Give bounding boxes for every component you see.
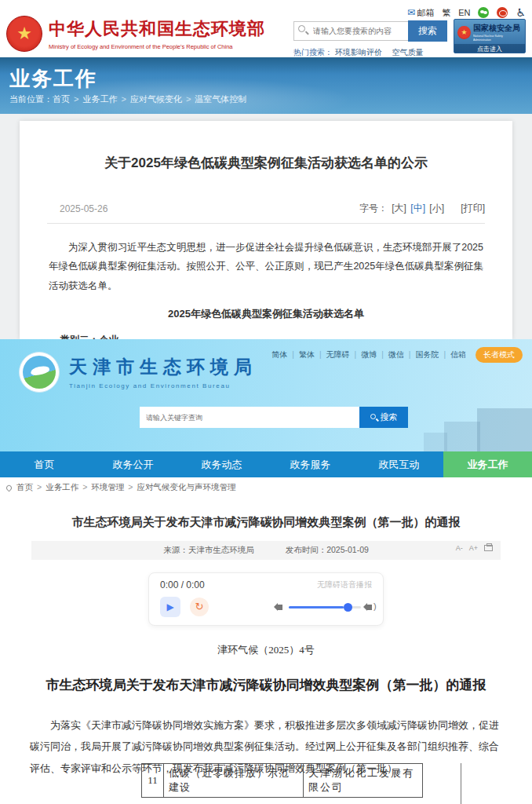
tj-nav-bar: 首页 政务公开 政务动态 政务服务 政民互动 业务工作 <box>0 451 532 477</box>
mee-content-area: 关于2025年绿色低碳典型案例征集活动获选名单的公示 2025-05-26 字号… <box>0 114 532 339</box>
fontsize-small-button[interactable]: [小] <box>429 203 444 214</box>
nnsa-title: 国家核安全局 <box>473 23 522 34</box>
table-row: 11 低碳（近零碳排放）示范建设 天津渤化化工发展有限公司 <box>142 764 423 798</box>
play-button[interactable]: ▶ <box>160 597 180 617</box>
tj-search-input[interactable] <box>140 407 359 428</box>
mee-search-zone: 搜索 热门搜索： 环境影响评价 空气质量 <box>293 20 447 58</box>
font-increase-icon[interactable]: A+ <box>469 544 478 552</box>
nav-item-gov-services[interactable]: 政务服务 <box>266 451 355 477</box>
hot-search-label: 热门搜索： <box>293 48 333 57</box>
voice-broadcast-label: 无障碍语音播报 <box>317 579 372 590</box>
print-button[interactable]: [打印] <box>461 203 485 214</box>
tj-accessibility-link[interactable]: 无障碍 <box>315 349 350 360</box>
national-emblem-logo: ★ <box>6 16 42 52</box>
document-number: 津环气候（2025）4号 <box>0 643 532 657</box>
nav-item-business-work[interactable]: 业务工作 <box>443 451 532 477</box>
replay-button[interactable]: ↻ <box>190 598 209 616</box>
nav-item-gov-info[interactable]: 政务公开 <box>89 451 177 477</box>
mee-article-paragraph: 为深入贯彻习近平生态文明思想，进一步促进全社会提升绿色低碳意识，生态环境部开展了… <box>49 238 483 295</box>
mail-icon: ✉ <box>407 7 415 18</box>
tj-traditional-link[interactable]: 繁体 <box>287 349 315 360</box>
breadcrumb-home[interactable]: 首页 <box>53 94 70 104</box>
source-value: 天津市生态环境局 <box>188 545 254 554</box>
nnsa-emblem-icon: ★ <box>457 26 471 39</box>
hot-search-link-eia[interactable]: 环境影响评价 <box>335 48 382 57</box>
nav-item-interaction[interactable]: 政民互动 <box>355 451 443 477</box>
cell-case: 低碳（近零碳排放）示范建设 <box>164 764 304 798</box>
article-date: 2025-05-26 <box>60 203 107 214</box>
mee-search-button[interactable]: 搜索 <box>408 20 447 42</box>
elder-mode-button[interactable]: 长者模式 <box>476 347 523 363</box>
mail-link[interactable]: ✉邮箱 <box>407 7 434 19</box>
tj-site-title: 天津市生态环境局 <box>69 355 257 379</box>
font-decrease-icon[interactable]: A- <box>456 544 463 552</box>
tj-search-button[interactable]: 搜索 <box>359 407 408 428</box>
volume-slider[interactable] <box>289 606 361 608</box>
fontsize-large-button[interactable]: [大] <box>392 203 406 214</box>
tj-article-meta: 来源：天津市生态环境局 发布时间：2025-01-09 A- A+ <box>31 541 501 560</box>
wechat-icon[interactable] <box>478 7 489 18</box>
tj-article-title: 市生态环境局关于发布天津市减污降碳协同增效典型案例（第一批）的通报 <box>0 515 532 530</box>
volume-slider-thumb[interactable] <box>344 603 352 612</box>
breadcrumb-climate[interactable]: 应对气候变化 <box>117 94 181 104</box>
tj-site-subtitle: Tianjin Ecology and Environment Bureau <box>69 382 257 389</box>
english-link[interactable]: EN <box>458 8 470 17</box>
mee-search-input[interactable] <box>293 21 408 41</box>
speaker-icon[interactable] <box>367 605 372 610</box>
player-time: 0:00 / 0:00 <box>160 579 205 590</box>
cell-company: 天津渤化化工发展有限公司 <box>304 764 423 798</box>
tj-search-bar: 搜索 <box>140 407 408 428</box>
divider <box>47 223 485 224</box>
tj-breadcrumb-work[interactable]: 业务工作 <box>33 482 78 493</box>
source-label: 来源： <box>163 545 188 554</box>
tj-bureau-logo <box>19 352 60 393</box>
tj-article: 市生态环境局关于发布天津市减污降碳协同增效典型案例（第一批）的通报 来源：天津市… <box>0 498 532 804</box>
weibo-icon[interactable] <box>497 7 508 18</box>
tianjin-site: 简体 繁体 无障碍 微博 微信 国务院 信箱 长者模式 天津市生态环境局 Tia… <box>0 339 532 804</box>
tj-simplified-link[interactable]: 简体 <box>271 349 287 360</box>
building-silhouette <box>477 408 532 451</box>
breadcrumb-label: 当前位置： <box>9 94 53 104</box>
page-edge-line <box>461 763 461 804</box>
tj-banner: 简体 繁体 无障碍 微博 微信 国务院 信箱 长者模式 天津市生态环境局 Tia… <box>0 339 532 451</box>
hot-search-link-air[interactable]: 空气质量 <box>392 48 424 57</box>
hot-search-row: 热门搜索： 环境影响评价 空气质量 <box>293 47 447 58</box>
tj-breadcrumb-home[interactable]: 首页 <box>16 482 33 493</box>
tj-brand: 天津市生态环境局 Tianjin Ecology and Environment… <box>19 352 257 393</box>
document-table: 11 低碳（近零碳排放）示范建设 天津渤化化工发展有限公司 <box>141 763 423 798</box>
tj-breadcrumb-env-mgmt[interactable]: 环境管理 <box>78 482 124 493</box>
tj-state-council-link[interactable]: 国务院 <box>404 349 439 360</box>
publish-time-value: 2025-01-09 <box>326 545 369 554</box>
mee-article-card: 关于2025年绿色低碳典型案例征集活动获选名单的公示 2025-05-26 字号… <box>20 121 512 339</box>
tj-mailbox-link[interactable]: 信箱 <box>439 349 466 360</box>
nnsa-entry-button[interactable]: ★ 国家核安全局 National Nuclear Safety Adminis… <box>454 19 526 53</box>
fontsize-controls: 字号： [大] [中] [小] [打印] <box>358 202 485 215</box>
breadcrumb-ghg[interactable]: 温室气体控制 <box>182 94 246 104</box>
mute-icon[interactable] <box>278 605 282 610</box>
nnsa-enter-label[interactable]: 点击进入 <box>454 44 525 53</box>
audio-player: 0:00 / 0:00 无障碍语音播报 ▶ ↻ <box>148 572 384 626</box>
tj-wechat-link[interactable]: 微信 <box>377 349 404 360</box>
search-icon <box>370 414 378 422</box>
accessibility-icon[interactable]: ♿ <box>516 6 526 19</box>
mee-banner-title: 业务工作 <box>9 65 97 93</box>
tj-breadcrumb-climate[interactable]: 应对气候变化与声环境管理 <box>124 482 235 493</box>
building-silhouette <box>424 433 447 451</box>
mee-category-label: 类别二：企业 <box>60 334 485 339</box>
nav-item-home[interactable]: 首页 <box>0 451 89 477</box>
nav-item-gov-news[interactable]: 政务动态 <box>177 451 266 477</box>
traditional-chinese-link[interactable]: 繁 <box>442 7 450 19</box>
tj-weibo-link[interactable]: 微博 <box>350 349 377 360</box>
fontsize-medium-button[interactable]: [中] <box>410 203 425 214</box>
nnsa-subtitle: National Nuclear Safety Administration <box>473 35 517 42</box>
mee-site-subtitle: Ministry of Ecology and Environment of t… <box>49 43 265 50</box>
building-silhouette <box>444 422 480 451</box>
mee-site-title: 中华人民共和国生态环境部 <box>49 17 265 41</box>
mee-breadcrumb: 当前位置：首页业务工作应对气候变化温室气体控制 <box>9 93 246 105</box>
mee-section-banner: 业务工作 当前位置：首页业务工作应对气候变化温室气体控制 <box>0 57 532 114</box>
search-icon <box>298 25 305 32</box>
print-icon[interactable] <box>484 545 493 551</box>
breadcrumb-work[interactable]: 业务工作 <box>70 94 117 104</box>
mee-list-title: 2025年绿色低碳典型案例征集活动获选名单 <box>47 307 485 321</box>
mee-article-meta: 2025-05-26 字号： [大] [中] [小] [打印] <box>60 202 485 215</box>
